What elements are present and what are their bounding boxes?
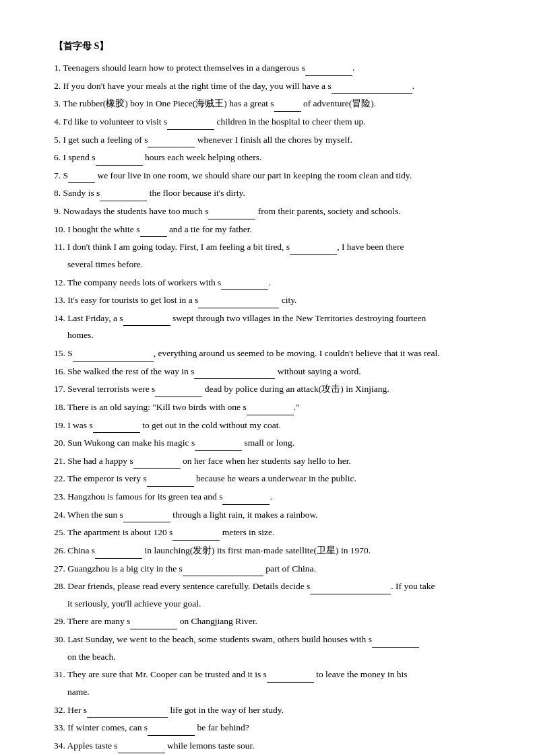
exercise-line: 34. Apples taste s while lemons taste so…	[54, 737, 481, 754]
fill-blank[interactable]	[96, 149, 143, 166]
fill-blank[interactable]	[208, 203, 255, 219]
line-number: 19.	[54, 420, 67, 430]
exercise-line: 31. They are sure that Mr. Cooper can be…	[54, 666, 481, 683]
line-text-after: in launching(发射) its first man-made sate…	[142, 545, 371, 555]
line-text-before: China s	[67, 545, 95, 555]
fill-blank[interactable]	[332, 77, 412, 94]
fill-blank[interactable]	[310, 578, 391, 594]
exercise-line: 2. If you don't have your meals at the r…	[54, 77, 481, 94]
line-text-after: of adventure(冒险).	[301, 98, 377, 108]
line-number: 15.	[54, 348, 67, 358]
line-text-before: Hangzhou is famous for its green tea and…	[67, 491, 222, 502]
fill-blank[interactable]	[221, 274, 268, 291]
line-text-before: Teenagers should learn how to protect th…	[63, 63, 305, 73]
fill-blank[interactable]	[305, 59, 352, 76]
fill-blank[interactable]	[274, 95, 301, 112]
exercise-line: 13. It's easy for tourists to get lost i…	[54, 291, 481, 308]
line-number: 30.	[54, 634, 67, 644]
line-text-before: There are many s	[67, 616, 130, 626]
fill-blank[interactable]	[222, 488, 270, 505]
fill-blank[interactable]	[147, 470, 194, 487]
exercise-line: 33. If winter comes, can s be far behind…	[54, 719, 481, 736]
line-text-before: Nowadays the students have too much s	[63, 206, 209, 216]
line-text-after: meters in size.	[220, 527, 274, 537]
line-number: 28.	[54, 581, 67, 591]
line-number: 8.	[54, 188, 63, 198]
line-text-after: we four live in one room, we should shar…	[95, 170, 412, 180]
fill-blank[interactable]	[123, 506, 170, 523]
fill-blank[interactable]	[290, 238, 337, 255]
line-number: 18.	[54, 402, 67, 412]
line-text-after: city.	[279, 295, 296, 305]
line-text-after: .	[352, 63, 354, 73]
fill-blank[interactable]	[133, 452, 181, 469]
fill-blank[interactable]	[267, 666, 314, 683]
fill-blank[interactable]	[123, 310, 170, 327]
line-number: 34.	[54, 741, 67, 751]
line-number: 3.	[54, 98, 63, 108]
fill-blank[interactable]	[73, 345, 154, 362]
fill-blank[interactable]	[247, 399, 294, 415]
line-text-after: and a tie for my father.	[167, 224, 252, 234]
line-text-after: .	[412, 81, 414, 91]
line-text-before: Last Sunday, we went to the beach, some …	[67, 634, 372, 644]
fill-blank[interactable]	[140, 221, 167, 238]
fill-blank[interactable]	[194, 363, 275, 380]
fill-blank[interactable]	[195, 434, 242, 451]
line-continuation: on the beach.	[54, 649, 481, 665]
fill-blank[interactable]	[148, 719, 195, 736]
line-number: 17.	[54, 384, 67, 394]
fill-blank[interactable]	[87, 701, 168, 718]
line-text-before: I spend s	[63, 152, 96, 162]
fill-blank[interactable]	[68, 167, 95, 184]
line-text-after: the floor because it's dirty.	[147, 188, 245, 198]
exercise-line: 27. Guangzhou is a big city in the s par…	[54, 560, 481, 577]
exercise-line: 10. I bought the white s and a tie for m…	[54, 221, 481, 238]
exercise-line: 15. S , everything around us seemed to b…	[54, 345, 481, 362]
exercise-line: 25. The apartment is about 120 s meters …	[54, 524, 481, 541]
line-number: 4.	[54, 116, 63, 127]
fill-blank[interactable]	[167, 113, 214, 130]
fill-blank[interactable]	[198, 291, 279, 308]
line-text-after: dead by police during an attack(攻击) in X…	[202, 384, 389, 394]
exercise-line: 30. Last Sunday, we went to the beach, s…	[54, 631, 481, 648]
fill-blank[interactable]	[172, 524, 220, 541]
line-text-after: to get out in the cold without my coat.	[140, 420, 281, 430]
fill-blank[interactable]	[183, 560, 263, 577]
line-text-before: They are sure that Mr. Cooper can be tru…	[67, 669, 267, 679]
fill-blank[interactable]	[95, 542, 142, 559]
fill-blank[interactable]	[93, 417, 140, 434]
fill-blank[interactable]	[130, 613, 177, 629]
line-text-before: I bought the white s	[67, 224, 139, 234]
exercise-line: 3. The rubber(橡胶) boy in One Piece(海贼王) …	[54, 95, 481, 112]
line-number: 13.	[54, 295, 67, 305]
line-number: 9.	[54, 206, 63, 216]
line-number: 10.	[54, 224, 67, 234]
exercise-line: 23. Hangzhou is famous for its green tea…	[54, 488, 481, 505]
exercise-line: 4. I'd like to volunteer to visit s chil…	[54, 113, 481, 130]
line-text-after: swept through two villages in the New Te…	[170, 313, 427, 323]
fill-blank[interactable]	[155, 380, 202, 397]
fill-blank[interactable]	[148, 131, 195, 148]
exercise-line: 8. Sandy is s the floor because it's dir…	[54, 184, 481, 201]
fill-blank[interactable]	[100, 184, 147, 201]
line-text-after: ."	[294, 402, 300, 412]
exercise-line: 17. Several terrorists were s dead by po…	[54, 380, 481, 397]
line-text-after: small or long.	[242, 438, 294, 448]
exercise-line: 21. She had a happy s on her face when h…	[54, 452, 481, 469]
line-text-after: children in the hospital to cheer them u…	[214, 116, 366, 127]
line-text-after: , everything around us seemed to be movi…	[154, 348, 440, 358]
line-text-before: I don't think I am going today. First, I…	[67, 242, 290, 252]
line-continuation: it seriously, you'll achieve your goal.	[54, 596, 481, 612]
line-text-after: be far behind?	[195, 722, 249, 732]
line-text-after: hours each week helping others.	[143, 152, 262, 162]
exercise-line: 22. The emperor is very s because he wea…	[54, 470, 481, 487]
fill-blank[interactable]	[118, 737, 165, 754]
line-text-before: Her s	[67, 705, 87, 715]
line-number: 2.	[54, 81, 63, 91]
line-text-after: from their parents, society and schools.	[255, 206, 400, 216]
fill-blank[interactable]	[372, 631, 419, 648]
line-text-before: S	[67, 348, 73, 358]
line-number: 27.	[54, 563, 67, 574]
line-text-after: through a light rain, it makes a rainbow…	[170, 510, 318, 520]
